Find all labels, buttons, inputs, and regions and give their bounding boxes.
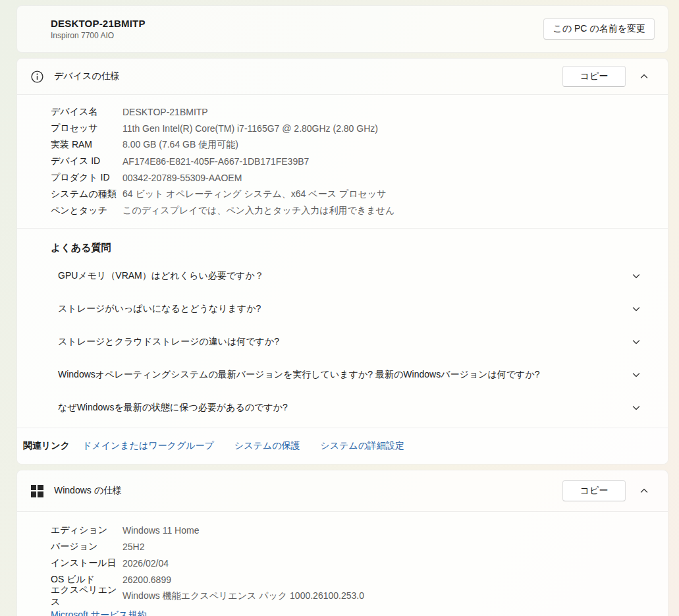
faq-question: ストレージとクラウドストレージの違いは何ですか? [58, 336, 632, 348]
spec-label: バージョン [51, 541, 122, 553]
chevron-down-icon [632, 371, 640, 379]
spec-row: プロダクト ID 00342-20789-55309-AAOEM [51, 169, 668, 186]
faq-list: GPUメモリ（VRAM）はどれくらい必要ですか？ ストレージがいっぱいになるとど… [17, 260, 668, 424]
chevron-down-icon [632, 338, 640, 346]
spec-row: OS ビルド 26200.6899 [51, 571, 668, 588]
chevron-up-icon [640, 487, 648, 495]
windows-spec-card: Windows の仕様 コピー エディション Windows 11 Home [16, 470, 668, 616]
spec-value: 2026/02/04 [122, 558, 169, 569]
spec-row: デバイス ID AF174E86-E821-405F-A667-1DB171FE… [51, 153, 668, 169]
microsoft-services-link[interactable]: Microsoft サービス規約 [51, 609, 147, 616]
related-links-list: ドメインまたはワークグループ システムの保護 システムの詳細設定 [82, 440, 422, 452]
spec-row: デバイス名 DESKTOP-21BMITP [51, 103, 668, 120]
spec-row: バージョン 25H2 [51, 538, 668, 555]
device-spec-card: デバイスの仕様 コピー デバイス名 DESKTOP-21BMITP プロセッサ [16, 58, 668, 464]
spec-row: システムの種類 64 ビット オペレーティング システム、x64 ベース プロセ… [51, 186, 668, 202]
faq-question: ストレージがいっぱいになるとどうなりますか? [58, 303, 632, 315]
spec-label: プロダクト ID [51, 172, 122, 184]
about-settings-page: DESKTOP-21BMITP Inspiron 7700 AIO この PC … [16, 0, 668, 616]
info-icon [30, 70, 43, 83]
device-titles: DESKTOP-21BMITP Inspiron 7700 AIO [51, 18, 543, 40]
spec-label: インストール日 [51, 557, 122, 569]
spec-value: 25H2 [122, 542, 144, 552]
spec-row: インストール日 2026/02/04 [51, 555, 668, 571]
spec-value: 26200.6899 [122, 574, 171, 585]
spec-value: 8.00 GB (7.64 GB 使用可能) [122, 139, 238, 151]
spec-label: ペンとタッチ [51, 205, 122, 217]
spec-label: エディション [51, 524, 122, 536]
related-links-title: 関連リンク [23, 440, 70, 452]
windows-spec-title: Windows の仕様 [54, 485, 562, 497]
device-spec-title: デバイスの仕様 [54, 70, 562, 82]
chevron-up-icon [640, 72, 648, 80]
spec-value: 00342-20789-55309-AAOEM [122, 173, 242, 183]
windows-logo-icon [30, 485, 43, 497]
spec-row: ペンとタッチ このディスプレイでは、ペン入力とタッチ入力は利用できません [51, 202, 668, 219]
spec-value: 64 ビット オペレーティング システム、x64 ベース プロセッサ [122, 188, 386, 200]
spec-value: Windows 11 Home [122, 525, 199, 536]
device-model: Inspiron 7700 AIO [51, 31, 543, 40]
faq-section: よくある質問 GPUメモリ（VRAM）はどれくらい必要ですか？ ストレージがいっ… [17, 228, 668, 428]
device-spec-list: デバイス名 DESKTOP-21BMITP プロセッサ 11th Gen Int… [17, 95, 668, 228]
windows-spec-body: エディション Windows 11 Home バージョン 25H2 インストール… [17, 511, 668, 616]
spec-label: 実装 RAM [51, 139, 122, 151]
device-name-card: DESKTOP-21BMITP Inspiron 7700 AIO この PC … [16, 5, 668, 53]
spec-value: このディスプレイでは、ペン入力とタッチ入力は利用できません [122, 205, 394, 217]
spec-label: エクスペリエンス [51, 584, 122, 608]
faq-question: Windowsオペレーティングシステムの最新バージョンを実行していますか? 最新… [58, 369, 632, 381]
faq-item[interactable]: ストレージがいっぱいになるとどうなりますか? [17, 293, 668, 325]
spec-row: エクスペリエンス Windows 機能エクスペリエンス パック 1000.261… [51, 588, 668, 604]
related-link[interactable]: システムの保護 [234, 440, 300, 451]
copy-device-spec-button[interactable]: コピー [562, 66, 626, 87]
faq-item[interactable]: Windowsオペレーティングシステムの最新バージョンを実行していますか? 最新… [17, 358, 668, 391]
windows-spec-list: エディション Windows 11 Home バージョン 25H2 インストール… [17, 512, 668, 604]
faq-question: なぜWindowsを最新の状態に保つ必要があるのですか? [58, 402, 632, 414]
spec-value: DESKTOP-21BMITP [122, 107, 208, 117]
collapse-device-spec-button[interactable] [631, 66, 657, 87]
spec-value: 11th Gen Intel(R) Core(TM) i7-1165G7 @ 2… [122, 123, 378, 134]
chevron-down-icon [632, 404, 640, 412]
spec-label: デバイス ID [51, 155, 122, 167]
chevron-down-icon [632, 272, 640, 280]
faq-item[interactable]: なぜWindowsを最新の状態に保つ必要があるのですか? [17, 391, 668, 424]
faq-item[interactable]: GPUメモリ（VRAM）はどれくらい必要ですか？ [17, 260, 668, 293]
spec-row: プロセッサ 11th Gen Intel(R) Core(TM) i7-1165… [51, 120, 668, 136]
device-spec-header[interactable]: デバイスの仕様 コピー [17, 59, 668, 94]
spec-value: Windows 機能エクスペリエンス パック 1000.26100.253.0 [122, 590, 364, 602]
faq-question: GPUメモリ（VRAM）はどれくらい必要ですか？ [58, 270, 632, 282]
spec-label: デバイス名 [51, 106, 122, 118]
chevron-down-icon [632, 305, 640, 313]
device-spec-body: デバイス名 DESKTOP-21BMITP プロセッサ 11th Gen Int… [17, 94, 668, 464]
spec-label: システムの種類 [51, 188, 122, 200]
related-links-row: 関連リンク ドメインまたはワークグループ システムの保護 システムの詳細設定 [17, 428, 668, 464]
spec-label: プロセッサ [51, 123, 122, 134]
spec-value: AF174E86-E821-405F-A667-1DB171FE39B7 [122, 156, 309, 167]
collapse-windows-spec-button[interactable] [631, 480, 657, 501]
spec-row: エディション Windows 11 Home [51, 522, 668, 538]
rename-pc-button[interactable]: この PC の名前を変更 [543, 18, 655, 40]
windows-spec-header[interactable]: Windows の仕様 コピー [17, 470, 668, 511]
faq-item[interactable]: ストレージとクラウドストレージの違いは何ですか? [17, 325, 668, 358]
related-link[interactable]: ドメインまたはワークグループ [82, 440, 214, 451]
device-name: DESKTOP-21BMITP [51, 18, 543, 29]
copy-windows-spec-button[interactable]: コピー [562, 480, 626, 501]
spec-row: 実装 RAM 8.00 GB (7.64 GB 使用可能) [51, 136, 668, 153]
related-link[interactable]: システムの詳細設定 [320, 440, 404, 451]
faq-title: よくある質問 [51, 242, 668, 254]
